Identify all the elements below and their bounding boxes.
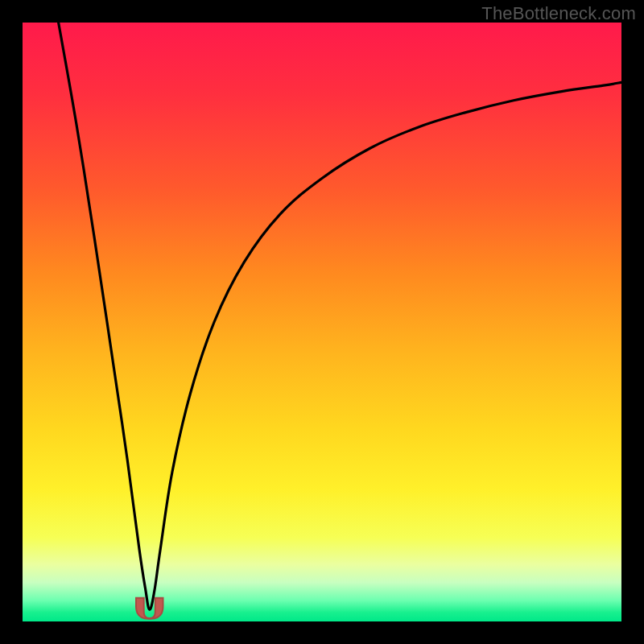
chart-svg xyxy=(23,23,621,621)
plot-area xyxy=(23,23,621,621)
outer-frame: TheBottleneck.com xyxy=(0,0,644,644)
watermark-text: TheBottleneck.com xyxy=(481,3,636,24)
gradient-background xyxy=(23,23,621,621)
